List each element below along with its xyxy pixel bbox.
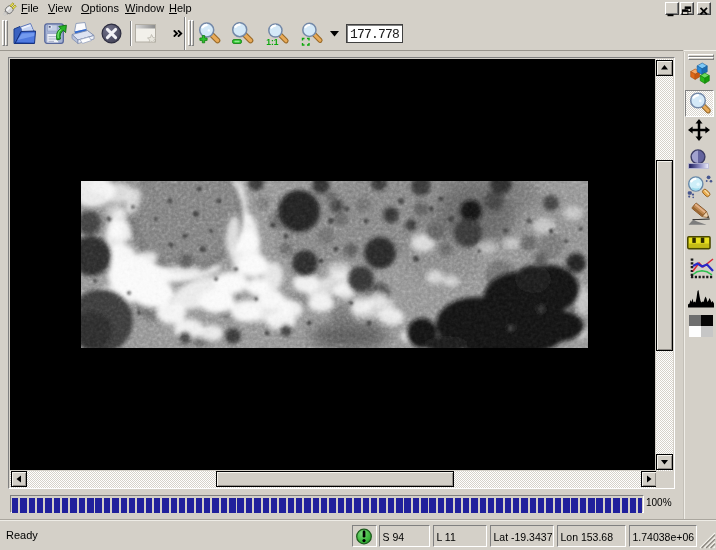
svg-text:1:1: 1:1 [266,37,279,47]
